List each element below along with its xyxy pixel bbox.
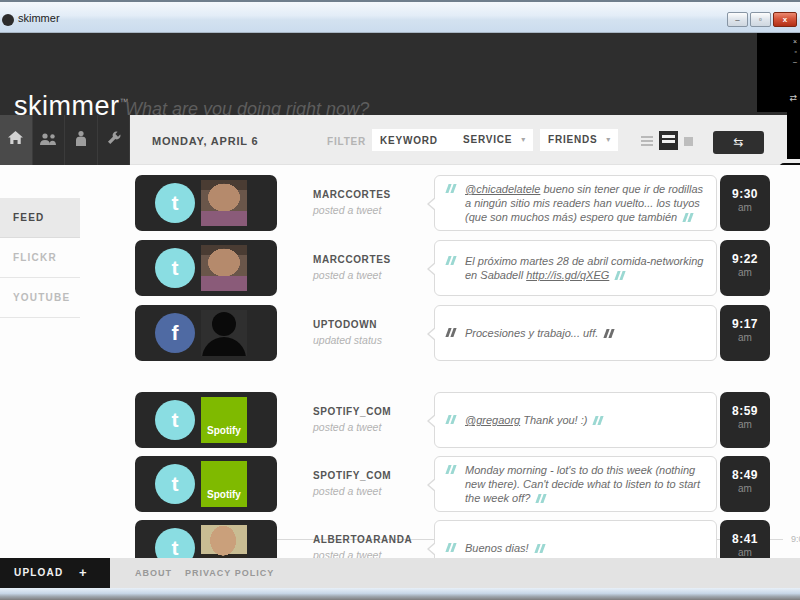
service-dropdown[interactable]: SERVICE ▾ [455, 129, 533, 151]
window-titlebar[interactable]: skimmer – ▫ x [0, 0, 800, 33]
detail-view-icon[interactable] [659, 131, 678, 150]
quote-close-icon [605, 329, 613, 338]
facebook-icon: f [155, 313, 195, 353]
avatar [201, 310, 247, 356]
upload-button[interactable]: UPLOAD + [0, 558, 110, 588]
grid-view-icon[interactable] [684, 137, 693, 146]
time-value: 9:22 [720, 252, 770, 266]
feed-item-meta: MARCCORTESposted a tweet [313, 189, 423, 216]
friends-dropdown[interactable]: FRIENDS ▾ [540, 129, 618, 151]
feed-item[interactable]: tSpotifySPOTIFY_COMposted a tweetMonday … [135, 456, 795, 512]
username[interactable]: MARCCORTES [313, 189, 423, 200]
close-button[interactable]: x [773, 12, 797, 27]
message-text: Monday morning - lot's to do this week (… [465, 463, 704, 505]
message-link[interactable]: http://is.gd/qXEG [526, 269, 609, 281]
panel-minimize-icon[interactable]: – [793, 58, 797, 65]
keyword-input[interactable] [372, 129, 458, 151]
action-label: posted a tweet [313, 421, 423, 433]
username[interactable]: ALBERTOARANDA [313, 534, 423, 545]
profile-icon [76, 131, 86, 150]
feed-avatar-box: tSpotify [135, 392, 277, 448]
message-bubble: @gregaorg Thank you! :) [434, 392, 717, 448]
action-label: posted a tweet [313, 485, 423, 497]
service-dropdown-label: SERVICE [463, 134, 512, 145]
message-text: @chicadelatele bueno sin tener que ir de… [465, 182, 704, 224]
feed-item[interactable]: fUPTODOWNupdated statusProcesiones y tra… [135, 305, 795, 361]
nav-tab-bar [0, 115, 130, 165]
quote-open-icon [447, 543, 455, 552]
nav-tab-home[interactable] [0, 115, 33, 165]
quote-close-icon [537, 494, 545, 503]
feed-item[interactable]: tSpotifySPOTIFY_COMposted a tweet@gregao… [135, 392, 795, 448]
app-icon [2, 14, 14, 26]
feed-item[interactable]: tMARCCORTESposted a tweet@chicadelatele … [135, 175, 795, 231]
maximize-button[interactable]: ▫ [750, 12, 771, 27]
username[interactable]: SPOTIFY_COM [313, 406, 423, 417]
settings-wrench-icon [106, 131, 121, 150]
bubble-inner: El próximo martes 28 de abril comida-net… [447, 254, 704, 282]
feed-item-meta: MARCCORTESposted a tweet [313, 254, 423, 281]
message-link[interactable]: @chicadelatele [465, 183, 540, 195]
twitter-icon: t [155, 248, 195, 288]
window-title: skimmer [18, 12, 60, 24]
time-value: 9:17 [720, 317, 770, 331]
username[interactable]: MARCCORTES [313, 254, 423, 265]
avatar: Spotify [201, 461, 247, 507]
message-text: Buenos dias! [465, 541, 544, 555]
feed-item[interactable]: tMARCCORTESposted a tweetEl próximo mart… [135, 240, 795, 296]
nav-tab-friends[interactable] [33, 115, 66, 165]
right-edge-strip [787, 112, 800, 159]
feed-avatar-box: t [135, 520, 277, 558]
message-text: @gregaorg Thank you! :) [465, 413, 602, 427]
sidebar-item-flickr[interactable]: FLICKR [0, 238, 80, 278]
time-ampm: am [720, 419, 770, 430]
refresh-button[interactable]: ⇆ [713, 131, 764, 154]
feed-item-meta: ALBERTOARANDAposted a tweet [313, 534, 423, 558]
timestamp-box: 8:41am [720, 520, 770, 558]
message-bubble: Procesiones y trabajo... uff. [434, 305, 717, 361]
timestamp-box: 9:17am [720, 305, 770, 361]
quote-close-icon [684, 213, 692, 222]
bubble-inner: @chicadelatele bueno sin tener que ir de… [447, 182, 704, 224]
time-value: 9:30 [720, 187, 770, 201]
sidebar-item-youtube[interactable]: YOUTUBE [0, 278, 80, 318]
home-icon [8, 131, 23, 149]
privacy-policy-link[interactable]: PRIVACY POLICY [185, 568, 274, 578]
action-label: posted a tweet [313, 549, 423, 558]
action-label: updated status [313, 334, 423, 346]
feed-avatar-box: t [135, 240, 277, 296]
quote-open-icon [447, 328, 455, 337]
panel-close-icon[interactable]: × [793, 38, 797, 45]
feed-avatar-box: t [135, 175, 277, 231]
username[interactable]: UPTODOWN [313, 319, 423, 330]
panel-maximize-icon[interactable]: ▫ [795, 48, 797, 55]
avatar-logo-text: Spotify [201, 425, 247, 436]
bubble-inner: Procesiones y trabajo... uff. [447, 326, 613, 340]
message-bubble: El próximo martes 28 de abril comida-net… [434, 240, 717, 296]
time-ampm: am [720, 267, 770, 278]
avatar: Spotify [201, 397, 247, 443]
app-header: skimmer™ What are you doing right now? [0, 33, 800, 115]
nav-tab-settings[interactable] [98, 115, 131, 165]
time-ampm: am [720, 483, 770, 494]
bubble-inner: Buenos dias! [447, 541, 544, 555]
feed-item-meta: SPOTIFY_COMposted a tweet [313, 406, 423, 433]
nav-tab-profile[interactable] [65, 115, 98, 165]
right-edge-panel[interactable]: × ▫ – ⇄ [757, 33, 800, 112]
feed-list: 9:00 am tMARCCORTESposted a tweet@chicad… [130, 165, 800, 558]
feed-item-meta: UPTODOWNupdated status [313, 319, 423, 346]
about-link[interactable]: ABOUT [135, 568, 172, 578]
list-view-icon[interactable] [641, 136, 653, 148]
quote-close-icon [616, 271, 624, 280]
action-label: posted a tweet [313, 269, 423, 281]
minimize-button[interactable]: – [727, 12, 748, 27]
timestamp-box: 9:30am [720, 175, 770, 231]
feed-item[interactable]: tALBERTOARANDAposted a tweetBuenos dias!… [135, 520, 795, 558]
timestamp-box: 8:59am [720, 392, 770, 448]
quote-open-icon [447, 465, 455, 474]
message-link[interactable]: @gregaorg [465, 414, 520, 426]
twitter-icon: t [155, 183, 195, 223]
sidebar-item-feed[interactable]: FEED [0, 198, 80, 238]
username[interactable]: SPOTIFY_COM [313, 470, 423, 481]
panel-swap-icon[interactable]: ⇄ [789, 95, 797, 102]
